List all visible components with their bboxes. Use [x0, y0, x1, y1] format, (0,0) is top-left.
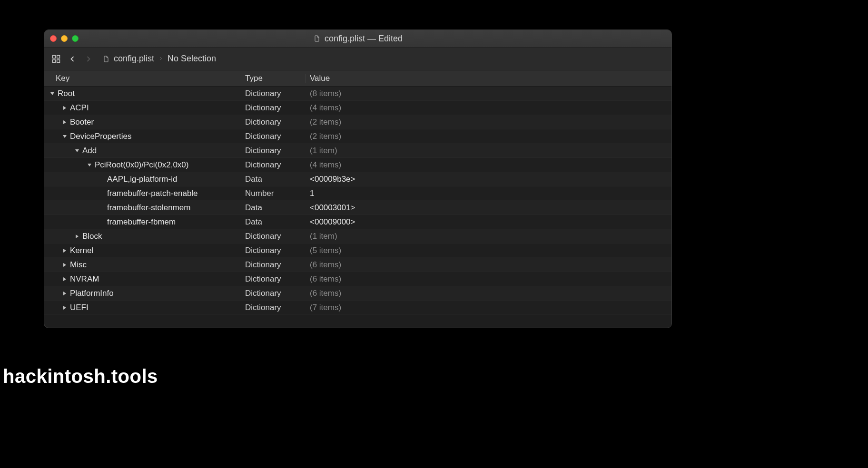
disclosure-triangle-closed-icon[interactable]	[61, 290, 68, 297]
key-label[interactable]: Booter	[70, 117, 94, 127]
key-label[interactable]: PciRoot(0x0)/Pci(0x2,0x0)	[95, 160, 188, 170]
key-cell[interactable]: AAPL,ig-platform-id	[44, 175, 241, 184]
value-cell[interactable]: (1 item)	[306, 146, 671, 156]
key-cell[interactable]: Misc	[44, 260, 241, 270]
type-cell[interactable]: Number	[241, 189, 306, 198]
value-cell[interactable]: (1 item)	[306, 232, 671, 241]
zoom-window-button[interactable]	[72, 35, 79, 42]
titlebar[interactable]: config.plist — Edited	[44, 30, 671, 48]
value-cell[interactable]: (6 items)	[306, 274, 671, 284]
disclosure-triangle-closed-icon[interactable]	[61, 276, 68, 283]
related-items-button[interactable]	[49, 52, 63, 66]
type-cell[interactable]: Dictionary	[241, 246, 306, 255]
key-cell[interactable]: Add	[44, 146, 241, 156]
key-cell[interactable]: Kernel	[44, 246, 241, 255]
key-cell[interactable]: framebuffer-patch-enable	[44, 189, 241, 198]
type-cell[interactable]: Dictionary	[241, 103, 306, 113]
table-row[interactable]: framebuffer-stolenmemData<00003001>	[44, 201, 671, 215]
type-cell[interactable]: Dictionary	[241, 132, 306, 141]
key-cell[interactable]: framebuffer-stolenmem	[44, 203, 241, 213]
table-row[interactable]: AddDictionary(1 item)	[44, 144, 671, 158]
key-label[interactable]: Block	[82, 232, 102, 241]
key-cell[interactable]: Booter	[44, 117, 241, 127]
value-cell[interactable]: (4 items)	[306, 103, 671, 113]
key-label[interactable]: Kernel	[70, 246, 93, 255]
key-label[interactable]: AAPL,ig-platform-id	[107, 175, 177, 184]
key-label[interactable]: Add	[82, 146, 97, 156]
key-label[interactable]: Root	[58, 89, 75, 98]
table-row[interactable]: ACPIDictionary(4 items)	[44, 101, 671, 115]
column-header-type[interactable]: Type	[241, 74, 306, 83]
key-label[interactable]: NVRAM	[70, 274, 99, 284]
value-cell[interactable]: (7 items)	[306, 303, 671, 312]
table-row[interactable]: AAPL,ig-platform-idData<00009b3e>	[44, 172, 671, 186]
value-cell[interactable]: (6 items)	[306, 260, 671, 270]
table-row[interactable]: framebuffer-patch-enableNumber1	[44, 186, 671, 201]
table-row[interactable]: MiscDictionary(6 items)	[44, 258, 671, 272]
value-cell[interactable]: (8 items)	[306, 89, 671, 98]
key-label[interactable]: framebuffer-patch-enable	[107, 189, 198, 198]
disclosure-triangle-open-icon[interactable]	[61, 133, 68, 140]
type-cell[interactable]: Dictionary	[241, 260, 306, 270]
table-row[interactable]: PciRoot(0x0)/Pci(0x2,0x0)Dictionary(4 it…	[44, 158, 671, 172]
type-cell[interactable]: Dictionary	[241, 274, 306, 284]
disclosure-triangle-closed-icon[interactable]	[74, 233, 80, 240]
disclosure-triangle-closed-icon[interactable]	[61, 304, 68, 311]
disclosure-triangle-closed-icon[interactable]	[61, 119, 68, 126]
breadcrumb-file[interactable]: config.plist	[114, 54, 154, 64]
table-row[interactable]: NVRAMDictionary(6 items)	[44, 272, 671, 286]
type-cell[interactable]: Data	[241, 203, 306, 213]
disclosure-triangle-open-icon[interactable]	[74, 147, 80, 154]
key-cell[interactable]: UEFI	[44, 303, 241, 312]
key-cell[interactable]: DeviceProperties	[44, 132, 241, 141]
column-header-key[interactable]: Key	[44, 74, 241, 83]
value-cell[interactable]: <00009b3e>	[306, 175, 671, 184]
type-cell[interactable]: Dictionary	[241, 289, 306, 298]
value-cell[interactable]: <00009000>	[306, 217, 671, 227]
value-cell[interactable]: (5 items)	[306, 246, 671, 255]
value-cell[interactable]: 1	[306, 189, 671, 198]
type-cell[interactable]: Data	[241, 175, 306, 184]
type-cell[interactable]: Dictionary	[241, 89, 306, 98]
type-cell[interactable]: Dictionary	[241, 146, 306, 156]
key-label[interactable]: UEFI	[70, 303, 89, 312]
table-row[interactable]: BooterDictionary(2 items)	[44, 115, 671, 129]
table-row[interactable]: UEFIDictionary(7 items)	[44, 301, 671, 315]
key-cell[interactable]: PlatformInfo	[44, 289, 241, 298]
disclosure-triangle-closed-icon[interactable]	[61, 247, 68, 254]
key-cell[interactable]: NVRAM	[44, 274, 241, 284]
key-cell[interactable]: Root	[44, 89, 241, 98]
table-row[interactable]: BlockDictionary(1 item)	[44, 229, 671, 244]
value-cell[interactable]: (6 items)	[306, 289, 671, 298]
disclosure-triangle-open-icon[interactable]	[86, 162, 93, 168]
table-row[interactable]: DevicePropertiesDictionary(2 items)	[44, 129, 671, 144]
type-cell[interactable]: Dictionary	[241, 117, 306, 127]
type-cell[interactable]: Dictionary	[241, 160, 306, 170]
table-row[interactable]: KernelDictionary(5 items)	[44, 244, 671, 258]
key-cell[interactable]: PciRoot(0x0)/Pci(0x2,0x0)	[44, 160, 241, 170]
value-cell[interactable]: (4 items)	[306, 160, 671, 170]
value-cell[interactable]: (2 items)	[306, 132, 671, 141]
breadcrumb-selection[interactable]: No Selection	[168, 54, 216, 64]
key-label[interactable]: ACPI	[70, 103, 89, 113]
plist-outline[interactable]: RootDictionary(8 items)ACPIDictionary(4 …	[44, 87, 671, 328]
minimize-window-button[interactable]	[61, 35, 68, 42]
value-cell[interactable]: (2 items)	[306, 117, 671, 127]
type-cell[interactable]: Dictionary	[241, 232, 306, 241]
key-label[interactable]: PlatformInfo	[70, 289, 114, 298]
key-cell[interactable]: framebuffer-fbmem	[44, 217, 241, 227]
table-row[interactable]: framebuffer-fbmemData<00009000>	[44, 215, 671, 229]
forward-button[interactable]	[81, 52, 96, 66]
key-label[interactable]: Misc	[70, 260, 87, 270]
close-window-button[interactable]	[50, 35, 57, 42]
value-cell[interactable]: <00003001>	[306, 203, 671, 213]
disclosure-triangle-closed-icon[interactable]	[61, 262, 68, 268]
type-cell[interactable]: Dictionary	[241, 303, 306, 312]
disclosure-triangle-closed-icon[interactable]	[61, 105, 68, 111]
back-button[interactable]	[65, 52, 79, 66]
column-header-value[interactable]: Value	[306, 74, 671, 83]
key-label[interactable]: framebuffer-fbmem	[107, 217, 176, 227]
disclosure-triangle-open-icon[interactable]	[49, 90, 56, 97]
key-label[interactable]: DeviceProperties	[70, 132, 131, 141]
key-cell[interactable]: ACPI	[44, 103, 241, 113]
